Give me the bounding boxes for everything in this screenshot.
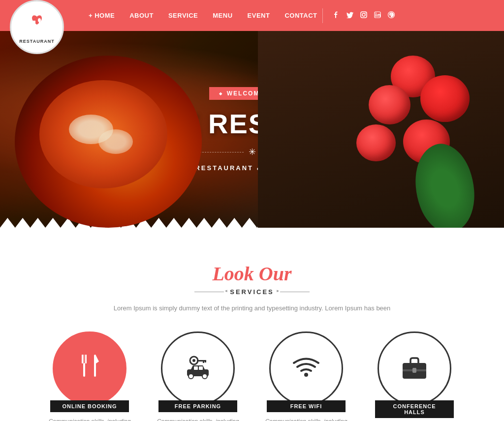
service-desc-booking: Communication skills, including listenin… [43, 417, 136, 421]
fork-knife-icon [77, 351, 102, 386]
svg-rect-15 [84, 355, 85, 363]
nav-home[interactable]: HOME [89, 12, 115, 19]
social-icons [333, 11, 395, 20]
services-section: Look Our SERVICES Lorem Ipsum is simply … [0, 242, 504, 421]
pinterest-icon[interactable] [388, 11, 395, 20]
service-card-wifi: FREE WIFI Communication skills, includin… [259, 331, 353, 421]
services-heading: Look Our [30, 262, 474, 285]
briefcase-icon [400, 352, 429, 385]
svg-point-18 [192, 359, 195, 362]
svg-point-25 [189, 374, 193, 379]
svg-rect-30 [412, 368, 416, 373]
service-card-conference: CONFERENCE HALLS Communication skills, i… [368, 331, 461, 421]
service-circle-booking [53, 331, 126, 405]
facebook-icon[interactable] [333, 11, 340, 20]
nav-links: HOME ABOUT SERVICE MENU EVENT CONTACT [89, 12, 317, 19]
hero-section: WELCOME TO THEME RESTAURANT ✳ MODERN RES… [0, 31, 504, 228]
svg-rect-16 [94, 355, 96, 377]
svg-point-6 [362, 13, 365, 16]
services-line-right [280, 292, 310, 292]
svg-rect-20 [203, 360, 204, 363]
svg-point-4 [38, 18, 41, 22]
nav-about[interactable]: ABOUT [129, 12, 154, 19]
service-label-parking: FREE PARKING [158, 400, 237, 412]
svg-rect-9 [376, 14, 377, 17]
service-circle-conference [378, 331, 451, 405]
svg-point-26 [202, 374, 207, 379]
service-cards: ONLINE BOOKING Communication skills, inc… [30, 331, 474, 421]
services-subheading: SERVICES [230, 288, 274, 296]
svg-rect-23 [194, 366, 198, 370]
nav-event[interactable]: EVENT [248, 12, 270, 19]
zigzag-separator [0, 228, 504, 242]
service-circle-wifi [269, 331, 343, 405]
svg-rect-5 [361, 12, 367, 18]
svg-rect-21 [205, 360, 206, 362]
logo[interactable]: RESTAURANT [10, 0, 64, 54]
services-description: Lorem Ipsum is simply dummy text of the … [30, 303, 474, 314]
wifi-icon [291, 352, 321, 385]
service-label-conference: CONFERENCE HALLS [375, 400, 454, 418]
svg-rect-1 [32, 21, 33, 24]
navbar: RESTAURANT HOME ABOUT SERVICE MENU EVENT… [0, 0, 504, 31]
svg-rect-19 [197, 360, 206, 361]
svg-point-27 [304, 373, 308, 377]
service-desc-parking: Communication skills, including listenin… [151, 417, 245, 421]
service-label-wifi: FREE WIFI [267, 400, 346, 412]
instagram-icon[interactable] [360, 11, 367, 20]
service-card-parking: FREE PARKING Communication skills, inclu… [151, 331, 245, 421]
svg-rect-13 [82, 355, 83, 363]
svg-rect-2 [34, 21, 35, 24]
nav-divider [322, 8, 323, 23]
car-key-icon [183, 351, 213, 386]
twitter-icon[interactable] [346, 11, 353, 20]
service-circle-parking [161, 331, 235, 405]
logo-icon [25, 11, 49, 38]
nav-service[interactable]: SERVICE [168, 12, 198, 19]
services-subheading-row: SERVICES [30, 288, 474, 296]
service-desc-wifi: Communication skills, including listenin… [259, 417, 353, 421]
nav-contact[interactable]: CONTACT [284, 12, 317, 19]
svg-point-7 [365, 13, 366, 14]
svg-point-10 [376, 13, 377, 14]
svg-rect-12 [83, 363, 85, 377]
service-card-booking: ONLINE BOOKING Communication skills, inc… [43, 331, 136, 421]
svg-rect-24 [199, 366, 203, 370]
service-label-booking: ONLINE BOOKING [50, 400, 129, 412]
linkedin-icon[interactable] [374, 11, 381, 20]
services-line-left [194, 292, 224, 292]
svg-rect-0 [33, 21, 34, 28]
nav-menu[interactable]: MENU [213, 12, 232, 19]
logo-text: RESTAURANT [19, 39, 54, 44]
svg-rect-14 [85, 355, 87, 363]
hero-divider-star: ✳ [249, 147, 256, 157]
